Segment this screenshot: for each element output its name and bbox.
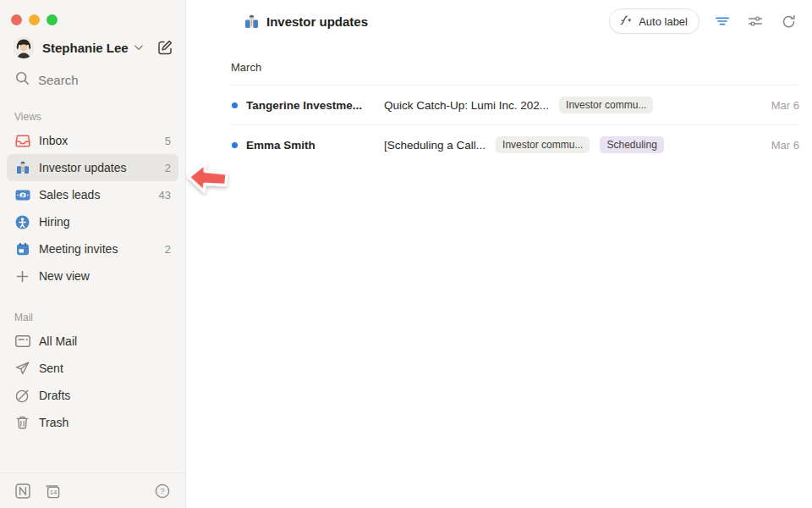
unread-count: 5 xyxy=(165,135,171,147)
help-icon[interactable]: ? xyxy=(155,483,170,499)
minimize-window-button[interactable] xyxy=(29,14,40,25)
person-icon xyxy=(14,215,30,229)
plus-icon xyxy=(14,270,30,283)
mail-section-label: Mail xyxy=(14,312,185,323)
sidebar-item-label: New view xyxy=(39,269,90,283)
sidebar-item-sales-leads[interactable]: Sales leads 43 xyxy=(7,181,178,208)
svg-text:14: 14 xyxy=(50,489,58,496)
sidebar-item-hiring[interactable]: Hiring xyxy=(7,208,178,235)
investor-emoji-icon xyxy=(14,161,30,174)
close-window-button[interactable] xyxy=(11,14,22,25)
sidebar-item-label: Sales leads xyxy=(39,188,100,202)
sidebar-item-meeting-invites[interactable]: Meeting invites 2 xyxy=(7,235,178,262)
paper-plane-icon xyxy=(14,362,30,375)
sidebar-item-label: Meeting invites xyxy=(39,242,118,256)
sidebar: Stephanie Lee Search Views Inbox xyxy=(0,0,186,508)
unread-dot xyxy=(232,102,238,108)
user-name: Stephanie Lee xyxy=(42,41,129,55)
mail-app-window: Stephanie Lee Search Views Inbox xyxy=(0,0,812,508)
view-header: Investor updates Auto label xyxy=(186,0,812,41)
sidebar-item-trash[interactable]: Trash xyxy=(7,409,178,436)
sidebar-item-inbox[interactable]: Inbox 5 xyxy=(7,127,178,154)
notion-calendar-icon[interactable]: 14 xyxy=(44,483,61,499)
sidebar-item-drafts[interactable]: Drafts xyxy=(7,382,178,409)
trash-icon xyxy=(14,416,30,429)
email-subject: Quick Catch-Up: Lumi Inc. 202... xyxy=(384,99,549,112)
investor-emoji-icon xyxy=(244,14,259,29)
email-row-emma[interactable]: Emma Smith [Scheduling a Call... Investo… xyxy=(230,125,799,164)
sidebar-item-sent[interactable]: Sent xyxy=(7,355,178,382)
sidebar-item-label: Investor updates xyxy=(39,161,127,174)
chevron-down-icon xyxy=(134,45,143,51)
sidebar-item-label: Drafts xyxy=(39,389,70,402)
sidebar-item-label: Sent xyxy=(39,362,63,375)
account-switcher[interactable]: Stephanie Lee xyxy=(13,36,173,58)
email-subject: [Scheduling a Call... xyxy=(384,139,486,152)
envelope-icon xyxy=(14,335,30,347)
auto-label-button[interactable]: Auto label xyxy=(609,8,700,34)
notion-logo-icon[interactable] xyxy=(15,483,30,499)
sidebar-item-label: Hiring xyxy=(39,215,70,229)
search-placeholder: Search xyxy=(38,73,79,87)
label-badge: Investor commu... xyxy=(559,97,653,113)
window-controls xyxy=(0,0,185,25)
sidebar-item-investor-updates[interactable]: Investor updates 2 xyxy=(7,154,178,181)
banknote-icon xyxy=(14,190,30,201)
sidebar-footer: 14 ? xyxy=(0,472,185,508)
sidebar-item-label: Trash xyxy=(39,416,69,429)
email-sender: Emma Smith xyxy=(246,139,374,152)
inbox-icon xyxy=(14,135,30,147)
unread-count: 43 xyxy=(159,189,171,202)
compose-button[interactable] xyxy=(156,39,173,56)
label-badge: Scheduling xyxy=(600,136,663,153)
zoom-window-button[interactable] xyxy=(47,14,58,25)
auto-label-text: Auto label xyxy=(639,15,688,28)
unread-count: 2 xyxy=(165,243,171,256)
sidebar-item-label: All Mail xyxy=(39,334,77,348)
page-title: Investor updates xyxy=(266,14,368,29)
views-section-label: Views xyxy=(14,111,185,123)
search-input[interactable]: Search xyxy=(15,71,173,88)
unread-dot xyxy=(232,142,238,148)
email-date: Mar 6 xyxy=(771,99,799,112)
main-content: Investor updates Auto label xyxy=(186,0,812,508)
avatar xyxy=(13,36,35,58)
filter-icon[interactable] xyxy=(712,11,732,31)
refresh-icon[interactable] xyxy=(778,11,798,31)
email-sender: Tangerine Investme... xyxy=(246,99,374,112)
draft-pencil-icon xyxy=(14,389,30,403)
sidebar-item-label: Inbox xyxy=(39,134,68,147)
sidebar-item-all-mail[interactable]: All Mail xyxy=(7,328,178,355)
display-settings-icon[interactable] xyxy=(745,11,765,31)
search-icon xyxy=(15,71,30,88)
email-row-tangerine[interactable]: Tangerine Investme... Quick Catch-Up: Lu… xyxy=(230,86,799,124)
email-list: March Tangerine Investme... Quick Catch-… xyxy=(230,54,799,164)
label-badge: Investor commu... xyxy=(496,136,590,153)
unread-count: 2 xyxy=(165,162,171,174)
new-view-button[interactable]: New view xyxy=(7,262,178,290)
email-date: Mar 6 xyxy=(771,139,799,152)
month-group-label: March xyxy=(230,54,799,85)
header-actions: Auto label xyxy=(609,8,798,34)
svg-text:?: ? xyxy=(160,486,164,495)
auto-label-wand-icon xyxy=(619,14,633,30)
calendar-icon xyxy=(14,242,30,256)
